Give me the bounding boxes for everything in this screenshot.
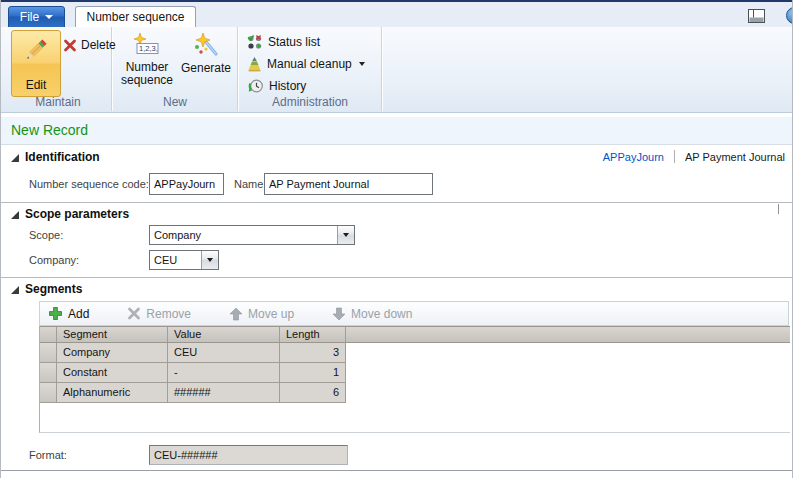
- group-label-new: New: [113, 95, 237, 109]
- column-header-filler: [346, 327, 790, 342]
- tab-number-sequence[interactable]: Number sequence: [75, 6, 196, 29]
- record-header: APPayJourn AP Payment Journal: [603, 150, 785, 163]
- move-up-button[interactable]: Move up: [229, 307, 294, 321]
- ribbon-group-administration: Status list Manual cleanup: [239, 27, 382, 111]
- cell-length[interactable]: 1: [280, 363, 346, 383]
- status-list-button[interactable]: Status list: [247, 33, 320, 51]
- history-label: History: [269, 79, 306, 93]
- chevron-down-icon: [359, 62, 365, 66]
- company-label: Company:: [29, 250, 79, 270]
- divider: [674, 150, 675, 163]
- number-sequence-icon: 1,2,3,: [132, 33, 162, 58]
- form-body: New Record Identification APPayJourn AP …: [1, 113, 792, 478]
- section-header-identification: Identification APPayJourn AP Payment Jou…: [1, 149, 792, 167]
- section-title-segments: Segments: [25, 282, 82, 296]
- move-up-icon: [229, 307, 243, 321]
- section-header-segments: Segments: [1, 281, 792, 299]
- manual-cleanup-icon: [247, 56, 262, 72]
- table-row: Constant - 1: [40, 363, 348, 383]
- table-row: Company CEU 3: [40, 343, 348, 363]
- tab-strip: File Number sequence: [1, 0, 792, 27]
- pencil-icon: [23, 36, 49, 66]
- manual-cleanup-label: Manual cleanup: [267, 57, 352, 71]
- delete-button[interactable]: Delete: [63, 36, 116, 54]
- dropdown-arrow-icon[interactable]: [337, 226, 354, 244]
- row-selector[interactable]: [40, 343, 57, 363]
- name-input[interactable]: AP Payment Journal: [264, 173, 433, 195]
- history-button[interactable]: History: [247, 77, 306, 95]
- remove-button[interactable]: Remove: [127, 307, 191, 321]
- scope-dropdown-value: Company: [150, 229, 337, 241]
- record-name-text: AP Payment Journal: [685, 151, 785, 163]
- number-sequence-code-input[interactable]: APPayJourn: [149, 173, 224, 195]
- group-label-maintain: Maintain: [5, 95, 111, 109]
- expander-icon[interactable]: [11, 286, 19, 294]
- row-selector[interactable]: [40, 383, 57, 403]
- svg-text:1,2,3,: 1,2,3,: [139, 44, 158, 53]
- segments-toolbar: Add Remove Move up: [39, 301, 789, 326]
- status-list-label: Status list: [268, 35, 320, 49]
- column-header-length: Length: [280, 327, 346, 342]
- scope-label: Scope:: [29, 225, 63, 245]
- row-selector[interactable]: [40, 363, 57, 383]
- number-sequence-window: File Number sequence: [0, 0, 793, 478]
- dropdown-arrow-icon[interactable]: [201, 251, 218, 269]
- cell-length[interactable]: 3: [280, 343, 346, 363]
- generate-button-label: Generate: [181, 62, 231, 75]
- new-record-banner: New Record: [1, 117, 792, 145]
- help-icon[interactable]: [786, 7, 793, 24]
- move-up-button-label: Move up: [248, 307, 294, 321]
- name-label: Name:: [234, 173, 266, 195]
- cell-value[interactable]: ######: [168, 383, 280, 403]
- chevron-down-icon: [45, 15, 53, 19]
- cell-segment[interactable]: Alphanumeric: [57, 383, 168, 403]
- add-button[interactable]: Add: [48, 306, 89, 321]
- section-title-scope: Scope parameters: [25, 207, 129, 221]
- record-code-link[interactable]: APPayJourn: [603, 151, 664, 163]
- scope-dropdown[interactable]: Company: [149, 225, 355, 245]
- expander-icon[interactable]: [11, 154, 19, 162]
- expander-icon[interactable]: [11, 211, 19, 219]
- column-header-segment: Segment: [57, 327, 168, 342]
- file-menu-label: File: [20, 10, 39, 24]
- number-sequence-code-label: Number sequence code:: [29, 173, 149, 195]
- ribbon-group-maintain: Edit Delete Maintain: [5, 27, 112, 111]
- format-label: Format:: [29, 445, 67, 465]
- manual-cleanup-button[interactable]: Manual cleanup: [247, 55, 365, 73]
- add-plus-icon: [48, 306, 63, 321]
- section-separator: [1, 277, 792, 278]
- ribbon-group-new: 1,2,3, Number sequence Generate: [113, 27, 238, 111]
- number-sequence-button[interactable]: 1,2,3, Number sequence: [118, 29, 176, 101]
- move-down-icon: [332, 307, 346, 321]
- file-menu-button[interactable]: File: [8, 6, 65, 28]
- table-row: Alphanumeric ###### 6: [40, 383, 348, 403]
- edit-button[interactable]: Edit: [11, 30, 61, 97]
- move-down-button-label: Move down: [351, 307, 412, 321]
- remove-button-label: Remove: [146, 307, 191, 321]
- new-record-text: New Record: [11, 122, 88, 138]
- move-down-button[interactable]: Move down: [332, 307, 412, 321]
- add-button-label: Add: [68, 307, 89, 321]
- row-selector-header: [40, 327, 57, 342]
- number-sequence-button-label: Number sequence: [118, 61, 176, 87]
- delete-button-label: Delete: [81, 38, 116, 52]
- cell-value[interactable]: -: [168, 363, 280, 383]
- remove-x-icon: [127, 307, 141, 320]
- cell-value[interactable]: CEU: [168, 343, 280, 363]
- ribbon: Edit Delete Maintain 1,2,3,: [1, 27, 792, 113]
- window-layout-icon[interactable]: [748, 9, 765, 23]
- delete-x-icon: [63, 39, 77, 52]
- company-dropdown[interactable]: CEU: [149, 250, 219, 270]
- format-field: CEU-######: [149, 445, 348, 465]
- group-label-administration: Administration: [239, 95, 381, 109]
- cell-length[interactable]: 6: [280, 383, 346, 403]
- cell-segment[interactable]: Constant: [57, 363, 168, 383]
- section-header-scope: Scope parameters: [1, 206, 792, 224]
- company-dropdown-value: CEU: [150, 254, 201, 266]
- generate-button[interactable]: Generate: [177, 29, 235, 101]
- cell-segment[interactable]: Company: [57, 343, 168, 363]
- form-bottom-border: [1, 470, 792, 471]
- section-separator: [1, 202, 792, 203]
- history-clock-icon: [247, 78, 264, 94]
- column-header-value: Value: [168, 327, 280, 342]
